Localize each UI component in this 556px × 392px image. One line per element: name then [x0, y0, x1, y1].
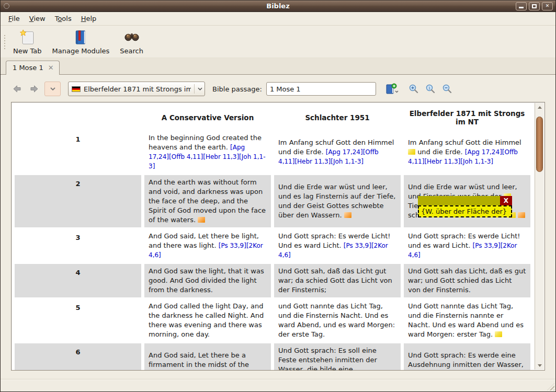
footnote-text: {W. über der Fläche der}: [418, 205, 512, 217]
close-icon: ✕: [546, 4, 550, 8]
back-button[interactable]: [11, 83, 24, 95]
menu-tools[interactable]: Tools: [50, 13, 76, 25]
tab-strip: 1 Mose 1 ✕: [1, 58, 555, 75]
verse-number: 4: [15, 264, 141, 297]
new-tab-label: New Tab: [13, 47, 42, 55]
scroll-up-icon: [538, 106, 542, 109]
zoom-original-icon: 1: [425, 84, 436, 94]
titlebar: Biblez ✕: [1, 1, 555, 12]
app-window: Biblez ✕ File View Tools Help New Tab: [0, 0, 556, 392]
forward-button[interactable]: [28, 83, 40, 95]
verse-row: 6And God said, Let there be a firmament …: [15, 343, 530, 370]
maximize-button[interactable]: [529, 2, 540, 10]
forward-arrow-icon: [29, 85, 39, 93]
cross-reference-link[interactable]: [Apg 17,24][Offb 4,11][Hebr 11,3][Joh 1,…: [278, 148, 379, 165]
note-marker-icon[interactable]: [518, 212, 525, 218]
scrollbar-thumb[interactable]: [536, 117, 543, 172]
note-marker-icon[interactable]: [495, 331, 502, 337]
navigation-bar: Elberfelder 1871 mit Strongs im NT Bible…: [11, 79, 545, 99]
cross-reference-link[interactable]: [Ps 33,9][2Kor 4,6]: [149, 242, 263, 259]
verse-cell[interactable]: And God called the light Day, and the da…: [144, 299, 271, 342]
window-title: Biblez: [1, 2, 555, 10]
verse-cell[interactable]: Und die Erde war wüst und leer, und es l…: [274, 175, 401, 227]
notebook-page: Elberfelder 1871 mit Strongs im NT Bible…: [1, 75, 555, 379]
verse-cell[interactable]: And God said, Let there be light, and th…: [144, 229, 271, 262]
verse-cell[interactable]: Und Gott sprach: Es soll eine Feste ents…: [274, 343, 401, 370]
cross-reference-link[interactable]: [Apg 17,24][Offb 4,11][Hebr 11,3][Joh 1,…: [149, 144, 266, 170]
verse-cell[interactable]: und Gott nannte das Licht Tag, und die F…: [274, 299, 401, 342]
verse-row: 3And God said, Let there be light, and t…: [15, 229, 530, 262]
resize-grip[interactable]: [547, 383, 554, 390]
minimize-button[interactable]: [516, 2, 527, 10]
verse-cell[interactable]: And God said, Let there be a firmament i…: [144, 343, 271, 370]
history-dropdown-button[interactable]: [44, 82, 61, 96]
verse-number: 2: [15, 175, 141, 227]
chevron-down-icon: [50, 87, 55, 90]
verse-cell[interactable]: In the beginning God created the heavens…: [144, 131, 271, 174]
column-header: Schlachter 1951: [274, 105, 401, 129]
verse-cell[interactable]: Im Anfang schuf Gott den Himmel und die …: [274, 131, 401, 174]
menubar: File View Tools Help: [1, 12, 555, 26]
menu-help[interactable]: Help: [76, 13, 101, 25]
close-button[interactable]: ✕: [542, 2, 553, 10]
verse-cell[interactable]: And God saw the light, that it was good.…: [144, 264, 271, 297]
tab-1-mose-1[interactable]: 1 Mose 1 ✕: [6, 61, 60, 75]
search-label: Search: [120, 47, 143, 55]
manage-modules-button[interactable]: Manage Modules: [47, 28, 115, 56]
zoom-in-icon: [409, 84, 419, 94]
verse-cell[interactable]: Und Gott sprach: Es werde eine Ausdehnun…: [404, 343, 530, 370]
bible-view: A Conservative VersionSchlachter 1951Elb…: [11, 102, 545, 371]
menu-view[interactable]: View: [25, 13, 50, 25]
verse-cell[interactable]: Und Gott nannte das Licht Tag, und die F…: [404, 299, 530, 342]
verse-cell[interactable]: Und Gott sah das Licht, daß es gut war; …: [404, 264, 530, 297]
note-marker-icon[interactable]: [198, 217, 205, 223]
zoom-original-button[interactable]: 1: [424, 83, 437, 95]
verse-cell[interactable]: Und Gott sprach: Es werde Licht! Und es …: [274, 229, 401, 262]
binoculars-icon: [123, 29, 140, 45]
notebook: 1 Mose 1 ✕: [1, 58, 555, 379]
verse-cell[interactable]: And the earth was without form and void,…: [144, 175, 271, 227]
verse-number: 6: [15, 343, 141, 370]
cross-reference-link[interactable]: [Ps 33,9][2Kor 4,6]: [278, 242, 388, 259]
passage-input[interactable]: [266, 82, 376, 96]
verse-cell[interactable]: Und Gott sah, daß das Licht gut war; da …: [274, 264, 401, 297]
book-plus-icon: [385, 83, 399, 95]
verse-number-column-header: [15, 105, 141, 129]
verse-cell[interactable]: Und Gott sprach: Es werde Licht! und es …: [404, 229, 530, 262]
toolbar-grip[interactable]: [4, 35, 6, 49]
combo-separator: [194, 84, 195, 94]
tab-label: 1 Mose 1: [13, 64, 43, 72]
module-select-value: Elberfelder 1871 mit Strongs im NT: [84, 85, 191, 93]
footnote-popup-header: X: [418, 196, 512, 205]
zoom-in-button[interactable]: [407, 83, 420, 95]
add-module-button[interactable]: [384, 82, 400, 96]
module-select[interactable]: Elberfelder 1871 mit Strongs im NT: [68, 82, 205, 96]
svg-text:1: 1: [428, 86, 430, 90]
book-icon: [72, 29, 89, 45]
manage-modules-label: Manage Modules: [52, 47, 110, 55]
verse-number: 5: [15, 299, 141, 342]
tab-close-icon[interactable]: ✕: [48, 64, 54, 72]
note-marker-icon[interactable]: [408, 149, 415, 155]
column-header: Elberfelder 1871 mit Strongs im NT: [404, 105, 530, 129]
verse-number: 1: [15, 131, 141, 174]
cross-reference-link[interactable]: [Ps 33,9][2Kor 4,6]: [408, 242, 517, 259]
zoom-out-button[interactable]: [441, 83, 453, 95]
passage-label: Bible passage:: [212, 85, 262, 93]
scroll-up-button[interactable]: [535, 103, 544, 111]
statusbar: [1, 379, 555, 391]
verses-table-head: A Conservative VersionSchlachter 1951Elb…: [15, 105, 530, 129]
verse-row: 4And God saw the light, that it was good…: [15, 264, 530, 297]
verse-cell[interactable]: Im Anfang schuf Gott die Himmel und die …: [404, 131, 530, 174]
verses-table-body: 1In the beginning God created the heaven…: [15, 131, 530, 370]
note-marker-icon[interactable]: [344, 212, 351, 218]
new-tab-button[interactable]: New Tab: [8, 28, 47, 56]
verse-row: 5And God called the light Day, and the d…: [15, 299, 530, 342]
back-arrow-icon: [13, 85, 22, 93]
menu-file[interactable]: File: [4, 13, 25, 25]
search-button[interactable]: Search: [115, 28, 149, 56]
vertical-scrollbar[interactable]: [535, 103, 544, 370]
popup-close-button[interactable]: X: [500, 196, 512, 205]
cross-reference-link[interactable]: [Apg 17,24][Offb 4,11][Hebr 11,3][Joh 1,…: [408, 148, 518, 165]
scroll-down-button[interactable]: [535, 361, 544, 370]
